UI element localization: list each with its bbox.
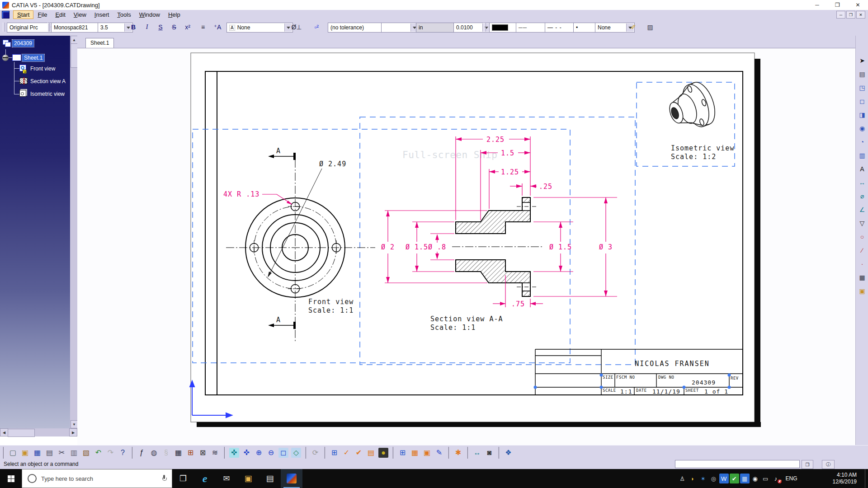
table-tool-icon[interactable]: ▦ — [857, 271, 867, 284]
command-input[interactable] — [675, 460, 800, 468]
insert-symbol-icon[interactable]: Ø⊥ — [289, 22, 304, 32]
annotate-zoom-icon[interactable]: ✎ — [433, 447, 445, 459]
line-tool-icon[interactable]: ∕ — [857, 244, 867, 257]
tree-isometric-view-node[interactable]: Isometric view — [30, 91, 65, 97]
document-app-icon[interactable]: ▤ — [259, 469, 281, 488]
bold-button[interactable]: B — [127, 22, 139, 32]
sheet-tool-icon[interactable]: ▤ — [857, 67, 867, 81]
camera-icon[interactable]: ◙ — [483, 447, 495, 459]
network-icon[interactable]: ▭ — [761, 474, 770, 483]
justify-icon[interactable]: ≡ — [197, 22, 209, 32]
defender-icon[interactable]: ✔ — [730, 474, 739, 483]
ghost-icon[interactable]: § — [160, 447, 172, 459]
close-button[interactable]: ✕ — [848, 0, 868, 10]
bluetooth-icon[interactable]: ✶ — [698, 474, 708, 483]
anchor-point-combo[interactable]: ANone — [226, 23, 293, 33]
pan-icon[interactable]: ✜ — [241, 447, 253, 459]
scroll-up-icon[interactable]: ▲ — [71, 36, 78, 44]
doc-minimize-button[interactable]: ─ — [836, 11, 845, 19]
taskbar-search-input[interactable]: Type here to search — [22, 469, 172, 488]
select-cursor-icon[interactable]: ➤ — [857, 54, 867, 67]
circle-tool-icon[interactable]: ○ — [857, 230, 867, 244]
file-explorer-icon[interactable]: ▣ — [237, 469, 259, 488]
doc-window-icon[interactable]: ❐ — [802, 460, 813, 469]
rule-icon[interactable]: ≋ — [209, 447, 221, 459]
zoom-in-icon[interactable]: ⊕ — [253, 447, 265, 459]
taskbar-clock[interactable]: 4:10 AM 12/6/2019 — [833, 472, 857, 485]
design-table-icon[interactable]: ▦ — [172, 447, 184, 459]
blue-app-icon[interactable]: ▦ — [740, 474, 750, 483]
tree-horizontal-scrollbar[interactable]: ◀ ▶ — [0, 428, 77, 436]
fit-all-icon[interactable]: ✜ — [229, 448, 239, 458]
measure-icon[interactable]: ↔ — [471, 447, 483, 459]
scroll-down-icon[interactable]: ▼ — [71, 420, 78, 428]
menu-insert[interactable]: Insert — [90, 10, 113, 19]
new-document-icon[interactable]: ▢ — [7, 447, 19, 459]
language-indicator[interactable]: ENG — [786, 475, 797, 482]
bear-icon[interactable]: ◉ — [750, 474, 760, 483]
undo-icon[interactable]: ↶ — [92, 447, 104, 459]
section-view-tool-icon[interactable]: ◨ — [857, 108, 867, 122]
broken-view-tool-icon[interactable]: ▥ — [857, 149, 867, 162]
point-tool-icon[interactable]: · — [857, 257, 867, 271]
tree-root-node[interactable]: 204309 — [12, 40, 34, 47]
tree-vertical-scrollbar[interactable]: ▲ ▼ — [70, 36, 77, 428]
copy-icon[interactable]: ▥ — [68, 447, 80, 459]
specification-tree[interactable]: 204309 Sheet.1 Front view Section view A… — [0, 36, 70, 428]
clipping-view-tool-icon[interactable]: ◔ — [857, 135, 867, 149]
tree-section-view-node[interactable]: Section view A — [30, 78, 66, 84]
drawing-canvas[interactable]: Full-screen Snip — [77, 48, 855, 446]
detail-view-tool-icon[interactable]: ◉ — [857, 122, 867, 135]
drawing-svg[interactable]: Full-screen Snip — [77, 48, 855, 446]
redo-icon[interactable]: ↷ — [104, 447, 117, 459]
dimension-tool-icon[interactable]: ↔ — [857, 176, 867, 189]
info-icon[interactable]: ⓘ — [822, 460, 835, 469]
catia-app-icon[interactable] — [281, 469, 302, 488]
manipulator-icon[interactable]: ✱ — [452, 447, 464, 459]
open-folder-icon[interactable]: ▣ — [19, 447, 31, 459]
scroll-right-icon[interactable]: ▶ — [69, 428, 77, 436]
catalog-tool-icon[interactable]: ▣ — [857, 284, 867, 298]
cut-icon[interactable]: ✂ — [56, 447, 68, 459]
save-icon[interactable]: ▦ — [31, 447, 43, 459]
volume-muted-icon[interactable]: ♪✘ — [771, 474, 781, 483]
menu-start[interactable]: Start — [13, 10, 33, 19]
datum-tool-icon[interactable]: ▽ — [857, 216, 867, 230]
menu-view[interactable]: View — [70, 10, 90, 19]
front-view-tool-icon[interactable]: ◻ — [857, 94, 867, 108]
task-view-icon[interactable]: ❐ — [172, 469, 194, 488]
frame-icon[interactable]: ▫² — [309, 22, 324, 32]
increase-font-icon[interactable]: ⁺A — [212, 22, 223, 32]
tree-sheet-node[interactable]: Sheet.1 — [22, 54, 44, 61]
context-help-icon[interactable]: ? — [117, 447, 129, 459]
italic-button[interactable]: I — [141, 22, 153, 32]
microphone-icon[interactable] — [162, 475, 166, 482]
zoom-out-icon[interactable]: ⊖ — [265, 447, 277, 459]
paintbrush-icon[interactable]: ✐ — [627, 22, 639, 32]
sheet-check-icon[interactable]: ✓ — [340, 447, 353, 459]
stamp-icon[interactable]: ✔ — [353, 447, 365, 459]
doc-restore-button[interactable]: ❐ — [846, 11, 855, 19]
diameter-dimension-icon[interactable]: ⌀ — [857, 189, 867, 203]
grid2-icon[interactable]: ⊞ — [396, 447, 409, 459]
structure-icon[interactable]: ⊞ — [184, 447, 197, 459]
strikethrough-button[interactable]: S — [168, 22, 180, 32]
menu-tools[interactable]: Tools — [113, 10, 135, 19]
refresh-icon[interactable]: ⟳ — [309, 447, 321, 459]
scroll-left-icon[interactable]: ◀ — [0, 428, 8, 436]
filmstrip-icon[interactable]: ▤ — [365, 447, 377, 459]
underline-button[interactable]: S — [155, 22, 166, 32]
print-icon[interactable]: ▤ — [43, 447, 56, 459]
people-icon[interactable]: ♙ — [678, 474, 687, 483]
lock-icon[interactable]: ⊠ — [197, 447, 209, 459]
audio-helix-icon[interactable]: ◎ — [709, 474, 718, 483]
menu-window[interactable]: Window — [135, 10, 164, 19]
menu-edit[interactable]: Edit — [51, 10, 69, 19]
w-app-icon[interactable]: W — [719, 474, 729, 483]
superscript-button[interactable]: x² — [182, 22, 193, 32]
mail-icon[interactable]: ✉ — [216, 469, 237, 488]
annotation-icon[interactable]: ◍ — [148, 447, 160, 459]
maximize-button[interactable]: ❐ — [827, 0, 848, 10]
menu-file[interactable]: File — [33, 10, 51, 19]
horizontal-scroll-thumb[interactable] — [8, 429, 35, 437]
